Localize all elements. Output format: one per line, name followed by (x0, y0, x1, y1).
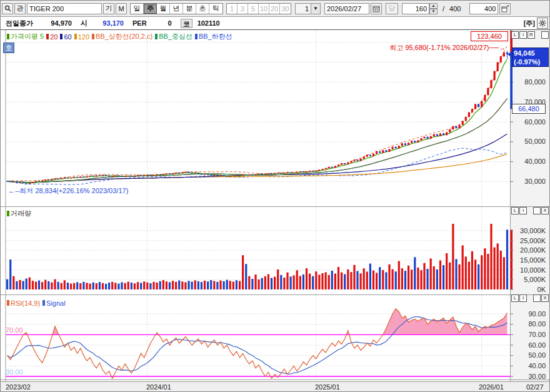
search-icon (4, 5, 11, 12)
rsi-axis-label: 90.00 (512, 310, 546, 318)
pane-i-button[interactable]: I (519, 31, 527, 39)
legend-bb-center: BB_중심선 (155, 32, 192, 41)
rsi-axis-label: 80.00 (512, 320, 546, 328)
period-tabs: 일 주 월 년 분 초 틱 (130, 3, 223, 14)
gi-button[interactable]: 기 (103, 3, 114, 14)
interval-5[interactable]: 5 (248, 4, 259, 14)
legend-ma120: 120 (74, 33, 89, 41)
rsi-axis-label: 30.00 (512, 373, 546, 380)
price-legend: 가격이평 5 20 60 120 BB_상한선(20,2,c) BB_중심선 B… (7, 33, 232, 41)
rsi-l-button[interactable]: L (511, 294, 519, 302)
toolbar: 관 TIGER 200 기 M 일 주 월 년 분 초 틱 1 3 5 10 2… (1, 1, 550, 17)
symbol-input[interactable]: TIGER 200 (27, 3, 102, 14)
lower-limit-box: 66,480 (512, 104, 546, 114)
chevron-down-icon[interactable]: ▼ (311, 3, 321, 14)
rsi-legend: RSI(14,9) Signal (7, 299, 66, 307)
bars-spinner: 160 ▲ ▼ (402, 3, 438, 14)
pane-l-button[interactable]: L (511, 31, 519, 39)
x-axis-strip: 2023/02 2024/01 2025/01 2026/01 02/27 (1, 381, 550, 392)
interval-combo: 1 ▼ (295, 3, 321, 14)
date-input[interactable]: 2026/02/27 (324, 3, 369, 14)
price-axis-label: 60,000 (512, 118, 546, 126)
code-value: 102110 (198, 19, 220, 27)
spinner-up-icon[interactable]: ▲ (429, 3, 438, 9)
spinner-down-icon[interactable]: ▼ (429, 9, 438, 14)
minute-interval-tabs: 1 3 5 10 20 30 (226, 3, 291, 14)
current-price-change: (-0.97%) (514, 58, 547, 66)
pane-r-button[interactable]: R (528, 31, 535, 39)
price-axis-label: 50,000 (512, 138, 546, 145)
window-tag: [주] (524, 19, 535, 28)
volume-axis-label: 10,000K (512, 266, 546, 274)
tab-month[interactable]: 월 (157, 4, 170, 14)
count-input[interactable]: 400 (469, 3, 498, 14)
volume-axis-label: 30,000K (512, 227, 546, 234)
gwan-button[interactable]: 관 (14, 3, 26, 14)
tab-minute[interactable]: 분 (183, 4, 196, 14)
legend-bb-upper: BB_상한선(20,2,c) (92, 32, 152, 41)
ma60-bullet-icon (60, 34, 62, 39)
ho-button[interactable]: 호 (3, 43, 14, 53)
bb-center-bullet-icon (155, 34, 158, 39)
volume-axis-label: 15,000K (512, 256, 546, 264)
signal-legend-label: Signal (46, 299, 66, 307)
rsi-axis-label: 70.00 (512, 331, 546, 338)
x-label-2023: 2023/02 (6, 383, 31, 391)
tab-week[interactable]: 주 (144, 4, 157, 14)
ma20-bullet-icon (46, 34, 49, 39)
volume-legend: 거래량 (7, 209, 31, 218)
volume-axis-label: 0K (512, 286, 546, 293)
x-label-2026: 2026/01 (479, 383, 504, 391)
x-label-2024: 2024/01 (146, 383, 171, 391)
interval-30[interactable]: 30 (280, 4, 291, 14)
ma5-bullet-icon (7, 34, 9, 39)
calendar-button[interactable] (371, 3, 382, 14)
volume-close-button[interactable]: X (541, 207, 549, 214)
volume-maximize-icon[interactable] (533, 207, 541, 214)
interval-1[interactable]: 1 (227, 4, 238, 14)
settings-button[interactable] (537, 18, 548, 29)
code-label: 코 (181, 19, 192, 28)
bb-upper-bullet-icon (92, 34, 94, 39)
open-label: 시 (81, 19, 88, 28)
volume-l-button[interactable]: L (511, 207, 519, 214)
interval-10[interactable]: 10 (259, 4, 269, 14)
interval-3[interactable]: 3 (238, 4, 248, 14)
m-button[interactable]: M (116, 3, 127, 14)
tab-tick[interactable]: 틱 (209, 4, 222, 14)
calendar-icon (372, 5, 380, 13)
volume-axis-label: 20,000K (512, 246, 546, 254)
new-window-button[interactable] (499, 3, 511, 14)
rsi-axis-label: 50.00 (512, 351, 546, 359)
rsi-i-button[interactable]: I (519, 294, 527, 302)
info-bar: 전일종가 94,970 시 93,170 PER 0 코 102110 [주] (1, 17, 550, 30)
rsi-close-button[interactable]: X (541, 294, 549, 302)
rsi-bullet-icon (7, 300, 9, 306)
current-price-marker-icon (508, 51, 512, 58)
search-button[interactable] (2, 3, 13, 14)
interval-combo-value[interactable]: 1 (295, 3, 311, 14)
signal-bullet-icon (42, 300, 45, 306)
ma120-bullet-icon (74, 34, 77, 39)
volume-axis-label: 25,000K (512, 237, 546, 244)
interval-20[interactable]: 20 (269, 4, 280, 14)
volume-i-button[interactable]: I (519, 207, 527, 214)
maximize-icon[interactable] (541, 31, 549, 39)
chart-canvas (1, 1, 550, 392)
dang-button[interactable]: 당 (386, 3, 398, 14)
bars-visible-value[interactable]: 160 (402, 3, 429, 14)
tab-day[interactable]: 일 (131, 4, 144, 14)
price-axis-label: 80,000 (512, 78, 546, 86)
rsi-maximize-icon[interactable] (533, 294, 541, 302)
tab-second[interactable]: 초 (196, 4, 209, 14)
tab-year[interactable]: 년 (170, 4, 183, 14)
volume-axis-label: 5,000K (512, 276, 546, 283)
new-window-icon (501, 5, 509, 13)
per-value: 0 (147, 19, 172, 27)
prev-close-value: 94,970 (33, 19, 72, 27)
rsi-axis-label: 40.00 (512, 362, 546, 369)
high-annotation: 최고 95,680(-1.71% 2026/02/27)──→ (389, 43, 506, 53)
rsi-legend-label: RSI(14,9) (11, 299, 40, 307)
price-axis-label: 30,000 (512, 178, 546, 185)
legend-ma60: 60 (60, 33, 71, 41)
